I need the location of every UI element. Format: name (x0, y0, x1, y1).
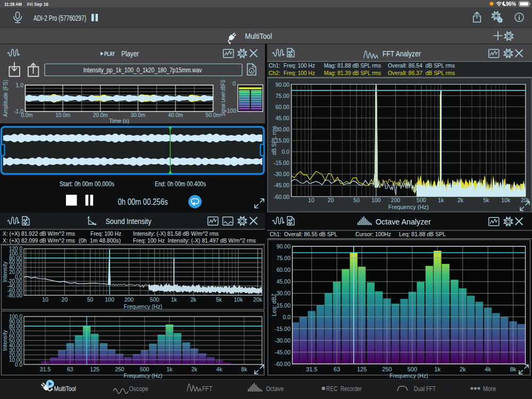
svg-text:500: 500 (408, 366, 417, 372)
svg-text:50: 50 (353, 197, 360, 203)
svg-text:10: 10 (308, 197, 314, 203)
svg-text:100: 100 (105, 296, 114, 303)
svg-text:-100: -100 (225, 107, 236, 114)
svg-text:250: 250 (115, 366, 124, 372)
svg-text:FFT Analyzer: FFT Analyzer (383, 49, 421, 58)
svg-text:75.00: 75.00 (277, 255, 290, 261)
svg-text:-15.00: -15.00 (275, 326, 290, 332)
svg-text:Frequency (Hz): Frequency (Hz) (389, 372, 428, 379)
svg-text:Mag: 81.88 dB SPL rms: Mag: 81.88 dB SPL rms (324, 62, 381, 69)
svg-text:4k: 4k (217, 366, 223, 372)
svg-text:Freq: 100 Hz: Freq: 100 Hz (90, 230, 121, 237)
svg-text:1k: 1k (434, 366, 440, 372)
svg-text:20: 20 (328, 197, 334, 203)
svg-text:X: (+X) 81.922 dB W/m^2 rms: X: (+X) 81.922 dB W/m^2 rms (3, 230, 75, 237)
svg-text:0: 0 (232, 80, 236, 87)
svg-text:31.5: 31.5 (40, 366, 51, 372)
svg-text:Freq: 100 Hz: Freq: 100 Hz (284, 62, 315, 69)
svg-text:30.00: 30.00 (277, 290, 290, 296)
svg-text:0.0: 0.0 (15, 362, 22, 368)
svg-text:End: 0h 00m 00.400s: End: 0h 00m 00.400s (155, 180, 206, 188)
svg-text:Time (s): Time (s) (109, 118, 129, 124)
svg-text:Octave: Octave (266, 385, 284, 393)
svg-text:200: 200 (391, 197, 401, 203)
svg-text:Frequency (Hz): Frequency (Hz) (124, 303, 162, 310)
svg-text:Leq: dBZ: Leq: dBZ (271, 293, 277, 316)
svg-text:90.00: 90.00 (277, 243, 290, 250)
svg-text:10k: 10k (234, 296, 244, 303)
svg-text:0.0m: 0.0m (21, 112, 32, 118)
svg-text:125: 125 (357, 366, 367, 372)
svg-text:1.0: 1.0 (15, 82, 23, 88)
svg-text:11:28 AM: 11:28 AM (4, 1, 22, 7)
svg-text:-60.00: -60.00 (273, 194, 289, 200)
svg-text:10: 10 (42, 296, 48, 303)
svg-text:More: More (483, 385, 496, 393)
svg-text:Frequency (Hz): Frequency (Hz) (124, 372, 162, 379)
svg-text:Overall: 86.54 dB SPL rms: Overall: 86.54 dB SPL rms (388, 62, 455, 69)
svg-text:Amplitude (FS): Amplitude (FS) (2, 80, 9, 117)
svg-text:Cursor: 100Hz: Cursor: 100Hz (355, 231, 391, 237)
svg-text:Player: Player (121, 49, 139, 58)
svg-text:15.00: 15.00 (277, 302, 290, 309)
svg-text:45.00: 45.00 (277, 278, 290, 285)
svg-text:1k: 1k (167, 366, 173, 372)
svg-text:2k: 2k (460, 366, 466, 372)
svg-text:75.00: 75.00 (276, 93, 289, 99)
svg-text:Signal Level dBFS: Signal Level dBFS (220, 80, 226, 116)
svg-text:Freq: 100 Hz: Freq: 100 Hz (284, 70, 315, 76)
svg-text:Intensity_pp_1k_100_0_1k20_180: Intensity_pp_1k_100_0_1k20_180_7p15mm.wa… (84, 66, 202, 74)
svg-text:Intensity: (-X) 81.58 dB W/m^2: Intensity: (-X) 81.58 dB W/m^2 rms (133, 230, 219, 237)
svg-text:4k: 4k (485, 366, 491, 372)
svg-text:Freq: 100 Hz Intensity: (-X): Freq: 100 Hz Intensity: (-X) 81.497 dB W… (133, 237, 256, 244)
svg-text:Octave Analyzer: Octave Analyzer (376, 217, 431, 226)
svg-text:8k: 8k (510, 366, 517, 372)
svg-text:Intensity: Intensity (2, 261, 8, 282)
svg-text:5k: 5k (216, 296, 222, 303)
svg-text:Start: 0h 00m 00.000s: Start: 0h 00m 00.000s (60, 180, 114, 188)
svg-text:63: 63 (334, 366, 340, 372)
svg-text:50.0m: 50.0m (206, 112, 221, 118)
svg-text:Frequency (Hz): Frequency (Hz) (388, 204, 429, 210)
svg-text:(0h 1m 48.800s): (0h 1m 48.800s) (79, 237, 121, 244)
svg-text:2k: 2k (190, 296, 197, 303)
svg-text:Leq: 81.88 dB SPL: Leq: 81.88 dB SPL (399, 231, 446, 237)
svg-text:Oscope: Oscope (129, 385, 148, 393)
svg-text:-80.00: -80.00 (7, 293, 23, 298)
svg-text:60.00: 60.00 (276, 104, 289, 110)
svg-text:30.0m: 30.0m (130, 112, 145, 118)
svg-text:X: (+X) 82.099 dB W/m^2 rms: X: (+X) 82.099 dB W/m^2 rms (3, 237, 75, 244)
svg-text:Fri Sep 16: Fri Sep 16 (27, 1, 48, 7)
svg-text:20.0m: 20.0m (93, 112, 108, 118)
svg-text:0.0: 0.0 (281, 148, 289, 155)
svg-text:REC: REC (326, 385, 338, 393)
svg-text:1k: 1k (171, 296, 177, 303)
svg-text:Overall: 86.37 dB SPL rms: Overall: 86.37 dB SPL rms (388, 70, 455, 76)
svg-text:15.00: 15.00 (276, 137, 289, 144)
svg-text:Intensity: Intensity (2, 330, 8, 351)
svg-text:40.0m: 40.0m (168, 112, 183, 118)
svg-text:Ch1:: Ch1: (269, 62, 280, 69)
svg-text:50: 50 (87, 296, 94, 303)
svg-text:20k: 20k (253, 296, 263, 303)
svg-text:90.00: 90.00 (276, 81, 289, 88)
svg-text:Mag: 81.39 dB SPL rms: Mag: 81.39 dB SPL rms (324, 70, 381, 76)
svg-text:30.00: 30.00 (276, 126, 289, 132)
svg-text:Recorder: Recorder (340, 385, 362, 393)
svg-text:20: 20 (62, 296, 68, 303)
svg-text:10k: 10k (501, 197, 511, 203)
svg-text:-45.00: -45.00 (275, 349, 290, 355)
svg-text:Dual FFT: Dual FFT (414, 385, 436, 393)
svg-text:100: 100 (371, 197, 381, 203)
svg-text:-30.00: -30.00 (273, 171, 289, 177)
svg-text:500: 500 (417, 197, 426, 203)
svg-text:63: 63 (67, 366, 73, 372)
svg-text:2k: 2k (192, 366, 198, 372)
svg-text:-60.00: -60.00 (275, 361, 290, 367)
svg-text:500: 500 (140, 366, 149, 372)
svg-text:0.0: 0.0 (282, 314, 290, 320)
svg-text:250: 250 (382, 366, 392, 372)
svg-text:Ch2:: Ch2: (269, 70, 280, 76)
svg-text:Ch1: Overall: 86.55 dB SPL: Ch1: Overall: 86.55 dB SPL (270, 231, 338, 237)
svg-text:200: 200 (124, 296, 134, 303)
